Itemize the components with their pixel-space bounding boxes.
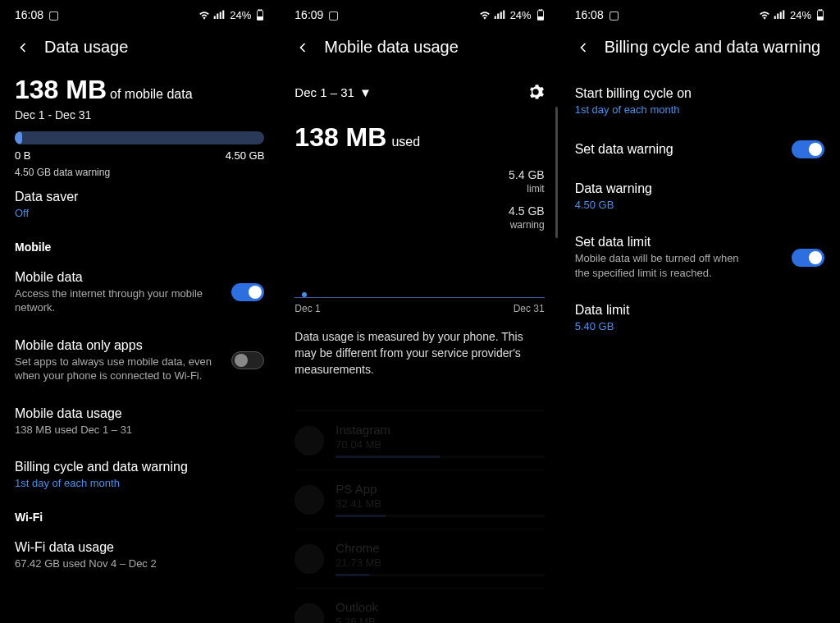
app-icon xyxy=(294,544,324,574)
data-warning-label: 4.50 GB data warning xyxy=(15,167,264,178)
page-title: Mobile data usage xyxy=(324,38,458,57)
app-name: Chrome xyxy=(336,541,544,555)
svg-rect-8 xyxy=(817,17,823,21)
svg-rect-7 xyxy=(819,9,822,11)
set-data-warning-toggle[interactable] xyxy=(792,140,824,158)
status-icons xyxy=(759,10,785,20)
svg-rect-5 xyxy=(537,17,543,21)
app-usage-list: Instagram70.04 MBPS App32.41 MBChrome21.… xyxy=(294,410,544,623)
data-limit-item[interactable]: Data limit 5.40 GB xyxy=(575,291,824,346)
app-usage-bar xyxy=(336,456,544,458)
mobile-data-toggle[interactable] xyxy=(231,283,264,301)
usage-graph xyxy=(294,297,544,298)
section-wifi: Wi-Fi xyxy=(15,502,264,529)
bar-max: 4.50 GB xyxy=(226,149,265,162)
app-size: 21.73 MB xyxy=(336,557,544,569)
status-icons xyxy=(479,10,505,20)
svg-rect-4 xyxy=(539,9,542,11)
app-size: 5.26 MB xyxy=(336,616,544,623)
chevron-down-icon: ▼ xyxy=(359,85,372,99)
limit-readout: 5.4 GBlimit 4.5 GBwarning xyxy=(294,167,544,231)
mobile-data-only-toggle[interactable] xyxy=(231,351,264,369)
set-data-warning-item[interactable]: Set data warning xyxy=(575,129,824,170)
graph-end: Dec 31 xyxy=(514,303,545,314)
status-icons xyxy=(199,10,225,20)
total-usage: 138 MBused xyxy=(294,122,544,153)
status-bar: 16:08 ▢ 24% xyxy=(575,8,824,31)
wifi-data-usage-item[interactable]: Wi-Fi data usage 67.42 GB used Nov 4 – D… xyxy=(15,529,264,583)
period-selector[interactable]: Dec 1 – 31 ▼ xyxy=(294,85,371,99)
svg-rect-1 xyxy=(259,9,262,11)
image-icon: ▢ xyxy=(609,8,619,21)
disclaimer-text: Data usage is measured by your phone. Th… xyxy=(294,329,544,378)
app-row[interactable]: Outlook5.26 MB xyxy=(294,588,544,623)
data-saver-item[interactable]: Data saver Off xyxy=(15,178,264,232)
status-bar: 16:08 ▢ 24% xyxy=(15,8,264,31)
start-billing-cycle-item[interactable]: Start billing cycle on 1st day of each m… xyxy=(575,75,824,129)
graph-start: Dec 1 xyxy=(294,303,320,314)
app-icon xyxy=(294,426,324,456)
app-size: 70.04 MB xyxy=(336,438,544,451)
status-bar: 16:09 ▢ 24% xyxy=(294,8,544,31)
mobile-data-item[interactable]: Mobile data Access the internet through … xyxy=(15,259,264,327)
status-battery: 24% xyxy=(230,9,251,21)
section-mobile: Mobile xyxy=(15,232,264,259)
app-name: PS App xyxy=(336,482,544,496)
status-time: 16:08 xyxy=(575,8,604,21)
image-icon: ▢ xyxy=(48,8,59,21)
back-icon[interactable] xyxy=(15,39,31,56)
status-battery: 24% xyxy=(510,9,532,21)
app-usage-bar xyxy=(336,574,544,576)
back-icon[interactable] xyxy=(294,39,311,56)
image-icon: ▢ xyxy=(328,8,339,21)
page-title: Data usage xyxy=(44,38,128,57)
scroll-indicator xyxy=(555,107,558,238)
svg-rect-2 xyxy=(258,17,263,21)
app-usage-bar xyxy=(336,515,544,517)
usage-period: Dec 1 - Dec 31 xyxy=(15,108,264,121)
status-battery: 24% xyxy=(790,9,811,21)
mobile-data-only-item[interactable]: Mobile data only apps Set apps to always… xyxy=(15,327,264,395)
total-usage: 138 MBof mobile data xyxy=(15,75,264,105)
app-size: 32.41 MB xyxy=(336,497,544,510)
bar-min: 0 B xyxy=(15,149,31,162)
app-name: Outlook xyxy=(336,600,544,614)
status-time: 16:09 xyxy=(294,8,323,21)
mobile-data-usage-item[interactable]: Mobile data usage 138 MB used Dec 1 – 31 xyxy=(15,395,264,449)
usage-progress-bar xyxy=(15,131,264,144)
status-time: 16:08 xyxy=(15,8,43,21)
app-icon xyxy=(294,485,324,515)
page-title: Billing cycle and data warning xyxy=(605,38,821,57)
set-data-limit-item[interactable]: Set data limit Mobile data will be turne… xyxy=(575,223,824,291)
app-row[interactable]: Instagram70.04 MB xyxy=(294,410,544,470)
set-data-limit-toggle[interactable] xyxy=(792,249,824,267)
billing-cycle-item[interactable]: Billing cycle and data warning 1st day o… xyxy=(15,448,264,502)
app-row[interactable]: Chrome21.73 MB xyxy=(294,529,544,588)
back-icon[interactable] xyxy=(575,39,591,56)
data-warning-item[interactable]: Data warning 4.50 GB xyxy=(575,170,824,224)
app-row[interactable]: PS App32.41 MB xyxy=(294,470,544,529)
gear-icon[interactable] xyxy=(527,83,545,101)
app-name: Instagram xyxy=(336,423,544,437)
app-icon xyxy=(294,603,324,623)
